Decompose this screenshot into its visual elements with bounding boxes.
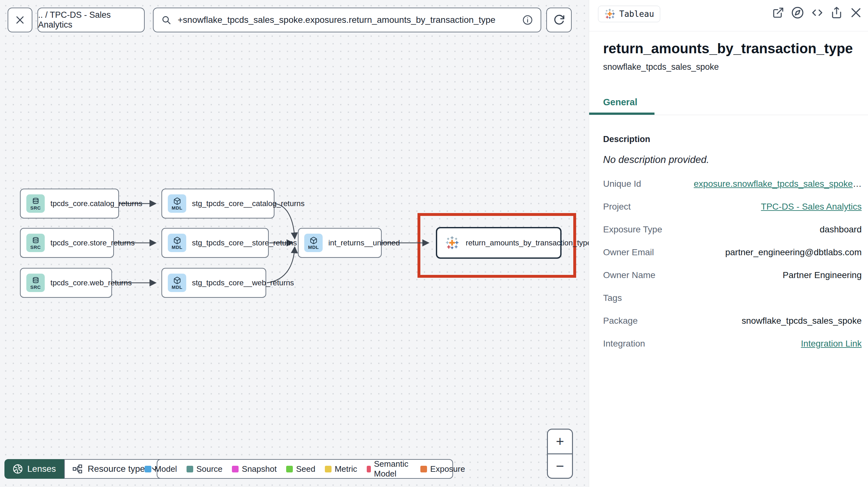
field-row-integration: Integration Integration Link [589,332,868,355]
refresh-icon [553,14,565,26]
model-badge: MDL [168,194,186,213]
field-row-owner-email: Owner Email partner_engineering@dbtlabs.… [589,241,868,264]
node-details-panel: Tableau return_amounts_by_transaction_ty… [589,0,868,487]
integration-chip: Tableau [598,6,660,22]
node-label: tpcds_core.catalog_returns [51,199,143,208]
panel-subtitle: snowflake_tpcds_sales_spoke [603,62,719,72]
lineage-controls: Lenses Resource type [4,459,167,479]
zoom-out-button[interactable]: − [548,454,572,478]
legend-item-model: Model [145,464,177,474]
node-return-amounts-by-transaction-type[interactable]: return_amounts_by_transaction_type [436,227,561,259]
seed-swatch [286,466,293,473]
breadcrumb-label: .. / TPC-DS - Sales Analytics [38,10,144,30]
legend-item-semantic-model: Semantic Model [367,459,411,479]
node-label: tpcds_core.web_returns [51,279,132,287]
dbt-explorer-lineage-page: .. / TPC-DS - Sales Analytics +snowflake… [0,0,868,487]
model-swatch [145,466,151,473]
panel-header-divider [589,31,868,31]
unique-id-link[interactable]: exposure.snowflake_tpcds_sales_spoke [694,179,853,189]
refresh-lineage-button[interactable] [546,8,572,32]
node-label: return_amounts_by_transaction_type [466,238,591,247]
node-tpcds-core-catalog-returns[interactable]: SRC tpcds_core.catalog_returns [20,189,119,219]
info-icon[interactable] [522,14,533,25]
node-label: stg_tpcds_core__store_returns [192,238,297,247]
legend-item-snapshot: Snapshot [232,464,277,474]
database-icon [32,277,40,284]
node-tpcds-core-store-returns[interactable]: SRC tpcds_core.store_returns [20,228,114,258]
model-badge: MDL [304,234,323,252]
sitemap-icon [72,464,83,474]
legend-item-source: Source [187,464,222,474]
semantic-model-swatch [367,466,371,473]
lineage-search-input[interactable]: +snowflake_tpcds_sales_spoke.exposures.r… [153,8,541,32]
field-row-exposure-type: Exposure Type dashboard [589,218,868,241]
code-icon[interactable] [811,6,824,19]
tab-divider [589,115,868,115]
cube-icon [173,277,181,284]
panel-header-actions [772,6,862,19]
node-int-returns-unioned[interactable]: MDL int_returns__unioned [298,228,382,258]
node-label: stg_tpcds_core__catalog_returns [192,199,305,208]
node-label: tpcds_core.store_returns [51,238,134,247]
snapshot-swatch [232,466,239,473]
close-icon [14,14,25,25]
close-panel-icon[interactable] [849,6,862,19]
node-label: int_returns__unioned [328,238,400,247]
legend-item-seed: Seed [286,464,315,474]
integration-chip-label: Tableau [619,9,654,19]
metric-swatch [325,466,332,473]
legend-item-exposure: Exposure [421,464,465,474]
detail-fields: Unique Id exposure.snowflake_tpcds_sales… [589,172,868,355]
unique-id-ellipsis: … [853,179,862,189]
breadcrumb[interactable]: .. / TPC-DS - Sales Analytics [37,8,145,32]
resource-type-label: Resource type [88,464,145,474]
source-badge: SRC [26,234,45,252]
lenses-label: Lenses [27,464,56,474]
cube-icon [173,236,181,245]
integration-link[interactable]: Integration Link [801,338,862,349]
source-badge: SRC [26,273,45,292]
tableau-logo-icon [445,235,459,250]
search-icon [161,15,171,25]
node-tpcds-core-web-returns[interactable]: SRC tpcds_core.web_returns [20,268,112,298]
zoom-in-button[interactable]: + [548,430,572,454]
description-empty-text: No description provided. [603,154,709,165]
share-icon[interactable] [831,7,843,19]
node-type-legend: Model Source Snapshot Seed Metric Semant… [157,459,453,479]
lineage-canvas[interactable]: .. / TPC-DS - Sales Analytics +snowflake… [0,0,589,487]
field-row-owner-name: Owner Name Partner Engineering [589,264,868,287]
description-heading: Description [603,134,650,144]
source-swatch [187,466,193,473]
project-link[interactable]: TPC-DS - Sales Analytics [761,202,862,212]
tab-general[interactable]: General [603,97,638,107]
node-stg-tpcds-core-web-returns[interactable]: MDL stg_tpcds_core__web_returns [161,268,266,298]
model-badge: MDL [168,234,186,252]
owner-name-value: Partner Engineering [783,270,862,280]
field-row-project: Project TPC-DS - Sales Analytics [589,195,868,218]
owner-email-value: partner_engineering@dbtlabs.com [725,247,862,257]
source-badge: SRC [26,194,45,213]
exposure-type-value: dashboard [820,225,862,235]
lenses-button[interactable]: Lenses [4,459,64,479]
package-value: snowflake_tpcds_sales_spoke [742,316,862,326]
node-stg-tpcds-core-store-returns[interactable]: MDL stg_tpcds_core__store_returns [161,228,269,258]
node-stg-tpcds-core-catalog-returns[interactable]: MDL stg_tpcds_core__catalog_returns [161,189,274,219]
tableau-logo-icon [604,8,616,20]
legend-item-metric: Metric [325,464,357,474]
exposure-swatch [421,466,427,473]
search-value: +snowflake_tpcds_sales_spoke.exposures.r… [178,15,516,25]
aperture-icon [13,464,23,474]
panel-title: return_amounts_by_transaction_type [603,40,853,57]
node-label: stg_tpcds_core__web_returns [192,279,294,287]
field-row-unique-id: Unique Id exposure.snowflake_tpcds_sales… [589,172,868,195]
zoom-controls: + − [547,429,573,479]
cube-icon [310,236,317,245]
close-lineage-button[interactable] [8,8,32,32]
database-icon [32,197,40,205]
database-icon [32,236,40,245]
field-row-package: Package snowflake_tpcds_sales_spoke [589,310,868,332]
open-in-new-icon[interactable] [772,7,784,19]
cube-icon [173,197,181,205]
model-badge: MDL [168,273,186,292]
compass-icon[interactable] [791,6,804,19]
